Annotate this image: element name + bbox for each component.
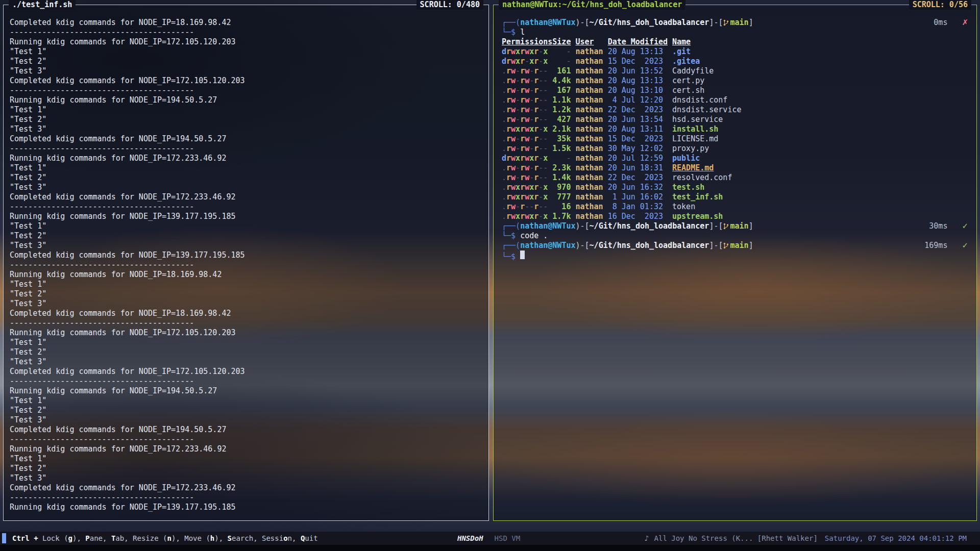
right-terminal-pane[interactable]: nathan@NWTux:~/Git/hns_doh_loadbalancer … (493, 5, 977, 521)
file-row: .rwxrwxr-x2.1knathan20 Aug 13:11install.… (502, 124, 969, 134)
file-name: dnsdist.service (672, 105, 969, 115)
file-row: drwxrwxr-x-nathan20 Jul 12:59public (502, 154, 969, 163)
file-listing: PermissionsSizeUserDate ModifiedNamedrwx… (502, 37, 969, 221)
terminal-line: "Test 2" (10, 464, 481, 473)
now-playing-label: All Joy No Stress (K... [Rhett Walker] (654, 534, 818, 542)
file-listing-header: PermissionsSizeUserDate ModifiedName (502, 37, 969, 47)
git-branch-icon (723, 241, 730, 250)
file-name: Caddyfile (672, 66, 969, 76)
terminal-line: "Test 3" (10, 124, 481, 134)
terminal-line: "Test 1" (10, 163, 481, 173)
terminal-line: Running kdig commands for NODE_IP=139.17… (10, 503, 481, 512)
terminal-line: Running kdig commands for NODE_IP=194.50… (10, 386, 481, 396)
terminal-line: "Test 3" (10, 66, 481, 76)
terminal-line: "Test 2" (10, 231, 481, 241)
file-name: README.md (672, 163, 969, 173)
error-cross-icon: ✗ (962, 18, 968, 27)
status-bar-right: ♪ All Joy No Stress (K... [Rhett Walker]… (645, 534, 967, 542)
file-name: upstream.sh (672, 212, 969, 221)
file-name: cert.py (672, 76, 969, 86)
git-branch-icon (723, 18, 730, 27)
file-name: public (672, 154, 969, 163)
file-row: .rwxrwxr-x777nathan 1 Jun 16:02test_inf.… (502, 192, 969, 202)
success-check-icon: ✓ (962, 241, 968, 250)
terminal-line: Running kdig commands for NODE_IP=172.10… (10, 328, 481, 338)
host-label: HSD VM (495, 534, 521, 542)
terminal-line: ---------------------------------------- (10, 86, 481, 95)
command-duration: 169ms (924, 241, 947, 250)
terminal-line: Completed kdig commands for NODE_IP=172.… (10, 483, 481, 493)
terminal-line: "Test 1" (10, 47, 481, 57)
terminal-line: Completed kdig commands for NODE_IP=172.… (10, 367, 481, 377)
terminal-line: ---------------------------------------- (10, 493, 481, 503)
terminal-line: Running kdig commands for NODE_IP=172.10… (10, 37, 481, 47)
terminal-line: "Test 2" (10, 347, 481, 357)
file-row: drwxrwxr-x-nathan20 Aug 13:13.git (502, 47, 969, 57)
terminal-line: "Test 2" (10, 115, 481, 124)
prompt-block-1: ┌──(nathan@NWTux)-[~/Git/hns_doh_loadbal… (502, 18, 969, 37)
git-branch-name: main (730, 18, 749, 27)
file-name: test_inf.sh (672, 192, 969, 202)
mode-indicator (2, 533, 6, 543)
file-row: drwxr-xr-x-nathan15 Dec 2023.gitea (502, 57, 969, 66)
file-row: .rw-rw-r--4.4knathan20 Aug 13:13cert.py (502, 76, 969, 86)
command-text: l (520, 28, 525, 37)
file-name: dnsdist.conf (672, 95, 969, 105)
command-duration: 0ms (934, 18, 947, 27)
terminal-line: ---------------------------------------- (10, 377, 481, 386)
git-branch-icon (723, 221, 730, 231)
status-bar: Ctrl + Lock (g), Pane, Tab, Resize (n), … (0, 532, 980, 545)
terminal-line: "Test 1" (10, 454, 481, 464)
git-branch-name: main (730, 221, 749, 231)
session-name: HNSDoH (457, 534, 483, 542)
terminal-line: "Test 3" (10, 241, 481, 251)
file-row: .rw-rw-r--35knathan15 Dec 2023LICENSE.md (502, 134, 969, 144)
file-name: .gitea (672, 57, 969, 66)
terminal-cursor[interactable] (520, 251, 525, 259)
terminal-line: "Test 2" (10, 57, 481, 66)
terminal-line: "Test 3" (10, 183, 481, 192)
terminal-line: ---------------------------------------- (10, 260, 481, 270)
file-row: .rw-rw-r--1.5knathan30 May 12:02proxy.py (502, 144, 969, 154)
terminal-line: "Test 2" (10, 173, 481, 183)
file-row: .rwxrwxr-x970nathan20 Jun 16:32test.sh (502, 183, 969, 192)
file-name: .git (672, 47, 969, 57)
command-duration: 30ms (929, 221, 947, 231)
file-row: .rw-r--r--16nathan 8 Jan 01:32token (502, 202, 969, 212)
terminal-line: "Test 1" (10, 338, 481, 347)
terminal-line: Completed kdig commands for NODE_IP=194.… (10, 134, 481, 144)
terminal-line: "Test 3" (10, 357, 481, 367)
terminal-line: "Test 1" (10, 221, 481, 231)
terminal-line: ---------------------------------------- (10, 144, 481, 154)
terminal-line: Completed kdig commands for NODE_IP=194.… (10, 425, 481, 435)
file-row: .rw-rw-r--161nathan20 Jun 13:52Caddyfile (502, 66, 969, 76)
prompt-block-3: ┌──(nathan@NWTux)-[~/Git/hns_doh_loadbal… (502, 241, 969, 260)
terminal-line: Running kdig commands for NODE_IP=194.50… (10, 95, 481, 105)
terminal-line: Completed kdig commands for NODE_IP=18.1… (10, 18, 481, 28)
datetime-label: Saturday, 07 Sep 2024 04:01:12 PM (825, 534, 967, 542)
terminal-line: ---------------------------------------- (10, 318, 481, 328)
terminal-line: Running kdig commands for NODE_IP=172.23… (10, 154, 481, 163)
terminal-line: Completed kdig commands for NODE_IP=139.… (10, 251, 481, 260)
file-row: .rw-rw-r--1.2knathan22 Dec 2023dnsdist.s… (502, 105, 969, 115)
left-terminal-pane[interactable]: ./test_inf.sh SCROLL: 0/480 Completed kd… (3, 5, 489, 521)
prompt-block-2: ┌──(nathan@NWTux)-[~/Git/hns_doh_loadbal… (502, 221, 969, 241)
music-note-icon: ♪ (645, 534, 649, 542)
prompt-path: ~/Git/hns_doh_loadbalancer (590, 221, 709, 231)
success-check-icon: ✓ (962, 221, 968, 231)
terminal-line: "Test 2" (10, 289, 481, 299)
git-branch-name: main (730, 241, 749, 250)
prompt-user-host: nathan@NWTux (520, 241, 575, 250)
terminal-line: Completed kdig commands for NODE_IP=172.… (10, 192, 481, 202)
file-name: cert.sh (672, 86, 969, 95)
terminal-line: Running kdig commands for NODE_IP=172.23… (10, 444, 481, 454)
terminal-line: "Test 1" (10, 396, 481, 406)
terminal-line: ---------------------------------------- (10, 202, 481, 212)
status-bar-center: HNSDoH HSD VM (457, 534, 520, 542)
file-name: hsd.service (672, 115, 969, 124)
screen-bottom-strip (0, 545, 980, 551)
command-text: code . (520, 231, 548, 241)
terminal-line: ---------------------------------------- (10, 28, 481, 37)
terminal-line: "Test 3" (10, 415, 481, 425)
prompt-path: ~/Git/hns_doh_loadbalancer (590, 18, 709, 27)
